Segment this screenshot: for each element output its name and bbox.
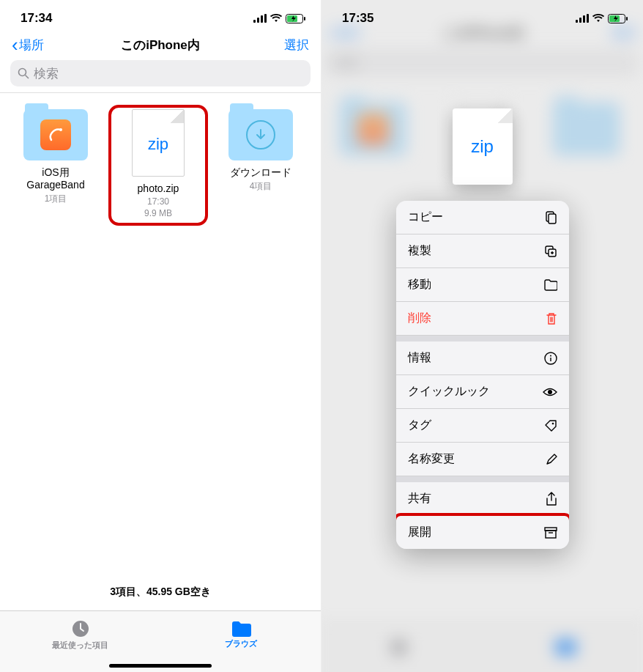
tab-label: ブラウズ <box>225 638 257 649</box>
back-label: 場所 <box>19 37 44 53</box>
item-sub: 4項目 <box>250 180 272 193</box>
menu-label: タグ <box>408 418 431 433</box>
folder-icon <box>228 109 293 160</box>
svg-point-27 <box>548 390 552 394</box>
back-button[interactable]: ‹ 場所 <box>12 35 44 54</box>
context-preview-file: zip <box>453 108 513 185</box>
menu-label: 展開 <box>408 525 431 540</box>
item-name: photo.zip <box>138 182 179 195</box>
svg-rect-0 <box>253 20 256 23</box>
svg-rect-30 <box>546 531 556 538</box>
file-photo-zip[interactable]: zip photo.zip 17:30 9.9 MB <box>108 105 208 226</box>
wifi-icon <box>592 14 605 23</box>
trash-icon <box>546 312 557 325</box>
menu-label: 移動 <box>408 277 431 292</box>
status-time: 17:35 <box>342 11 373 26</box>
select-button[interactable]: 選択 <box>284 37 309 53</box>
svg-point-7 <box>19 69 26 76</box>
svg-line-8 <box>26 75 29 79</box>
menu-share[interactable]: 共有 <box>396 482 569 516</box>
svg-rect-6 <box>304 17 305 21</box>
garageband-app-icon <box>40 119 71 150</box>
status-icons <box>253 14 306 23</box>
svg-rect-2 <box>261 15 263 23</box>
svg-point-9 <box>59 128 62 131</box>
clock-icon <box>71 619 90 638</box>
menu-expand[interactable]: 展開 <box>396 516 569 549</box>
eye-icon <box>543 387 557 397</box>
item-time: 17:30 <box>147 196 169 207</box>
folder-tab-icon <box>231 621 251 637</box>
menu-rename[interactable]: 名称変更 <box>396 443 569 476</box>
menu-info[interactable]: 情報 <box>396 341 569 375</box>
home-indicator[interactable] <box>109 664 212 668</box>
copy-icon <box>544 211 557 224</box>
svg-rect-14 <box>579 18 581 23</box>
svg-rect-3 <box>264 14 267 23</box>
svg-rect-16 <box>587 14 589 23</box>
folder-icon <box>544 279 557 291</box>
signal-icon <box>253 14 267 23</box>
status-icons <box>576 14 628 23</box>
menu-label: 削除 <box>408 311 431 326</box>
item-sub: 1項目 <box>45 193 67 205</box>
tab-label: 最近使った項目 <box>52 640 108 651</box>
svg-point-25 <box>550 355 551 356</box>
menu-duplicate[interactable]: 複製 <box>396 235 569 268</box>
duplicate-icon <box>544 245 557 258</box>
page-title: このiPhone内 <box>0 37 321 53</box>
file-grid: iOS用 GarageBand 1項目 zip photo.zip 17:30 … <box>0 93 321 237</box>
tab-recents[interactable]: 最近使った項目 <box>0 611 160 672</box>
svg-rect-15 <box>583 15 585 23</box>
zip-file-icon: zip <box>132 109 185 177</box>
svg-point-28 <box>551 422 554 424</box>
menu-quicklook[interactable]: クイックルック <box>396 375 569 409</box>
svg-rect-13 <box>576 20 578 23</box>
tag-icon <box>544 419 557 432</box>
item-name: iOS用 GarageBand <box>26 166 84 191</box>
menu-copy[interactable]: コピー <box>396 201 569 235</box>
svg-rect-19 <box>626 17 628 21</box>
footer-info: 3項目、45.95 GB空き <box>0 586 321 599</box>
menu-move[interactable]: 移動 <box>396 268 569 302</box>
chevron-left-icon: ‹ <box>12 35 18 54</box>
share-icon <box>546 492 557 506</box>
menu-tags[interactable]: タグ <box>396 409 569 443</box>
folder-downloads[interactable]: ダウンロード 4項目 <box>211 105 311 226</box>
item-name: ダウンロード <box>230 166 291 179</box>
nav-bar: ‹ 場所 このiPhone内 選択 <box>0 32 321 60</box>
zip-label: zip <box>471 136 494 157</box>
menu-label: クイックルック <box>408 384 490 399</box>
status-bar: 17:35 <box>322 0 643 32</box>
tab-bar: 最近使った項目 ブラウズ <box>0 610 321 672</box>
info-icon <box>544 352 557 365</box>
folder-garageband[interactable]: iOS用 GarageBand 1項目 <box>6 105 105 226</box>
tab-browse[interactable]: ブラウズ <box>160 611 321 672</box>
svg-rect-21 <box>549 214 556 224</box>
menu-separator <box>396 476 569 482</box>
menu-label: 複製 <box>408 243 431 259</box>
archive-icon <box>544 527 557 539</box>
context-menu: コピー 複製 移動 削除 情報 クイックルック タグ 名称変更 <box>396 201 569 549</box>
menu-label: 共有 <box>408 491 431 506</box>
menu-separator <box>396 336 569 341</box>
item-size: 9.9 MB <box>144 208 172 218</box>
status-time: 17:34 <box>21 11 52 26</box>
svg-rect-1 <box>257 18 259 23</box>
battery-icon <box>608 14 628 23</box>
folder-icon <box>23 109 88 160</box>
zip-label: zip <box>148 135 168 154</box>
signal-icon <box>576 14 589 23</box>
menu-label: 名称変更 <box>408 451 455 467</box>
pencil-icon <box>546 454 557 465</box>
wifi-icon <box>270 14 283 23</box>
search-icon <box>18 67 29 79</box>
battery-icon <box>286 14 306 23</box>
search-input[interactable]: 検索 <box>10 60 311 86</box>
menu-label: 情報 <box>408 350 431 366</box>
menu-delete[interactable]: 削除 <box>396 302 569 336</box>
menu-label: コピー <box>408 210 443 225</box>
phone-right: ‹場所 このiPhone内 選択 検索 17:35 zip コピー <box>322 0 643 672</box>
search-placeholder: 検索 <box>34 65 59 82</box>
status-bar: 17:34 <box>0 0 321 32</box>
